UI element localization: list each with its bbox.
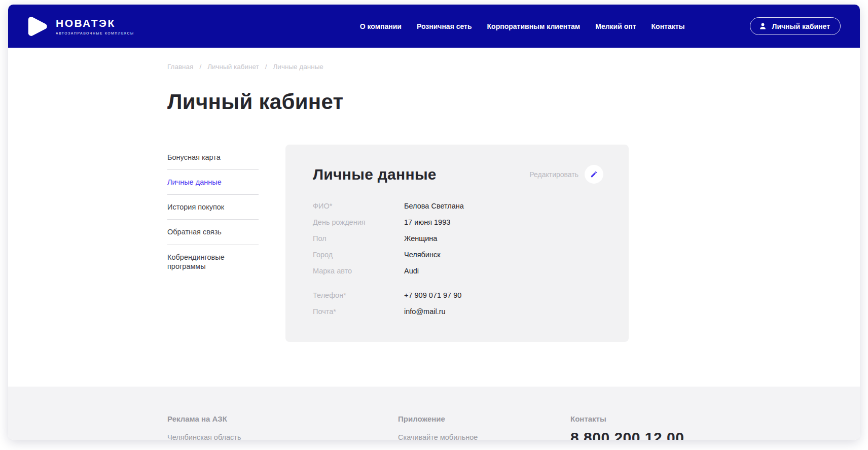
field-value: Женщина	[404, 234, 437, 243]
footer-col-contacts: Контакты 8 800 200 12 00	[570, 414, 840, 440]
footer-col-app: Приложение Скачивайте мобильное	[398, 414, 570, 440]
breadcrumb-home[interactable]: Главная	[167, 63, 193, 71]
main-nav: О компании Розничная сеть Корпоративным …	[360, 22, 685, 30]
footer-phone-link[interactable]: 8 800 200 12 00	[570, 429, 840, 440]
main-area: Главная / Личный кабинет / Личные данные…	[8, 48, 860, 387]
brand-name: НОВАТЭК	[56, 17, 134, 29]
site-footer: Реклама на АЗК Челябинская область Прило…	[8, 387, 860, 440]
card-title: Личные данные	[313, 166, 437, 183]
logo-triangle-icon	[25, 15, 49, 38]
breadcrumb-account[interactable]: Личный кабинет	[207, 63, 259, 71]
field-rows: ФИО* Белова Светлана День рождения 17 ию…	[313, 198, 603, 320]
page-card: НОВАТЭК АВТОЗАПРАВОЧНЫЕ КОМПЛЕКСЫ О комп…	[8, 5, 860, 440]
breadcrumb-separator: /	[265, 63, 267, 71]
field-value: +7 909 071 97 90	[404, 291, 461, 299]
edit-label: Редактировать	[529, 170, 578, 179]
page-title: Личный кабинет	[167, 90, 840, 114]
field-row-phone: Телефон* +7 909 071 97 90	[313, 287, 603, 303]
footer-link-app-download[interactable]: Скачивайте мобильное	[398, 433, 570, 440]
footer-heading-app: Приложение	[398, 414, 570, 423]
field-value: info@mail.ru	[404, 307, 446, 316]
field-label: Почта*	[313, 307, 404, 316]
site-header: НОВАТЭК АВТОЗАПРАВОЧНЫЕ КОМПЛЕКСЫ О комп…	[8, 5, 860, 48]
brand-tagline: АВТОЗАПРАВОЧНЫЕ КОМПЛЕКСЫ	[56, 31, 134, 35]
edit-button[interactable]	[585, 165, 603, 184]
field-value: Челябинск	[404, 251, 441, 259]
account-side-nav: Бонусная карта Личные данные История пок…	[167, 145, 259, 342]
footer-col-ads: Реклама на АЗК Челябинская область	[167, 414, 398, 440]
sidebar-item-cobranding[interactable]: Кобрендинговые программы	[167, 245, 259, 279]
field-label: Марка авто	[313, 267, 404, 275]
sidebar-item-purchase-history[interactable]: История покупок	[167, 195, 259, 220]
account-button[interactable]: Личный кабинет	[750, 17, 841, 35]
footer-link-region[interactable]: Челябинская область	[167, 433, 398, 440]
nav-item-retail[interactable]: Розничная сеть	[417, 22, 472, 30]
field-row-city: Город Челябинск	[313, 247, 603, 263]
nav-item-wholesale[interactable]: Мелкий опт	[595, 22, 636, 30]
footer-heading-contacts: Контакты	[570, 414, 840, 423]
field-row-birthday: День рождения 17 июня 1993	[313, 214, 603, 230]
field-row-car-brand: Марка авто Audi	[313, 263, 603, 279]
field-label: ФИО*	[313, 202, 404, 210]
field-row-fio: ФИО* Белова Светлана	[313, 198, 603, 214]
account-button-label: Личный кабинет	[772, 22, 830, 30]
nav-item-company[interactable]: О компании	[360, 22, 402, 30]
sidebar-item-feedback[interactable]: Обратная связь	[167, 220, 259, 245]
footer-heading-ads: Реклама на АЗК	[167, 414, 398, 423]
breadcrumb-current: Личные данные	[273, 63, 323, 71]
nav-item-contacts[interactable]: Контакты	[652, 22, 685, 30]
user-icon	[758, 22, 767, 30]
field-value: Audi	[404, 267, 419, 275]
field-value: 17 июня 1993	[404, 218, 450, 226]
personal-data-card: Личные данные Редактировать ФИО* Белова	[285, 145, 629, 342]
field-label: Телефон*	[313, 291, 404, 299]
field-row-email: Почта* info@mail.ru	[313, 303, 603, 320]
pencil-icon	[590, 170, 598, 178]
field-label: Город	[313, 251, 404, 259]
breadcrumb: Главная / Личный кабинет / Личные данные	[167, 63, 840, 71]
nav-item-corporate[interactable]: Корпоративным клиентам	[487, 22, 581, 30]
sidebar-item-bonus-card[interactable]: Бонусная карта	[167, 145, 259, 170]
logo[interactable]: НОВАТЭК АВТОЗАПРАВОЧНЫЕ КОМПЛЕКСЫ	[25, 15, 134, 38]
field-row-gender: Пол Женщина	[313, 230, 603, 247]
breadcrumb-separator: /	[199, 63, 201, 71]
sidebar-item-personal-data[interactable]: Личные данные	[167, 170, 259, 195]
field-label: День рождения	[313, 218, 404, 226]
field-value: Белова Светлана	[404, 202, 464, 210]
field-label: Пол	[313, 234, 404, 243]
